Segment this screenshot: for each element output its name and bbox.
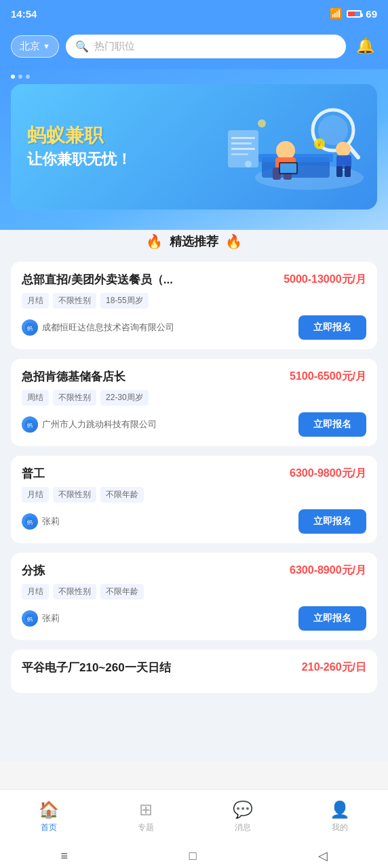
person-icon: 👤 bbox=[330, 800, 350, 819]
svg-point-17 bbox=[336, 142, 351, 157]
nav-mine[interactable]: 👤 我的 bbox=[291, 790, 388, 844]
bottom-nav: 🏠 首页 ⊞ 专题 💬 消息 👤 我的 bbox=[0, 789, 388, 844]
tag-4-0: 月结 bbox=[22, 584, 49, 599]
tag-3-2: 不限年龄 bbox=[100, 487, 144, 502]
svg-text:蚂: 蚂 bbox=[27, 422, 33, 429]
job-card-top-4: 分拣 6300-8900元/月 bbox=[22, 564, 366, 578]
search-placeholder: 热门职位 bbox=[94, 40, 135, 53]
company-name-4: 张莉 bbox=[42, 612, 60, 625]
company-info-2: 蚂 广州市人力跳动科技有限公司 bbox=[22, 416, 157, 433]
job-title-4: 分拣 bbox=[22, 564, 284, 578]
company-logo-3: 蚂 bbox=[22, 513, 38, 530]
svg-point-3 bbox=[276, 141, 295, 160]
svg-point-12 bbox=[258, 119, 266, 127]
job-card-top-1: 总部直招/美团外卖送餐员（... 5000-13000元/月 bbox=[22, 273, 366, 288]
job-tags-2: 周结 不限性别 22-30周岁 bbox=[22, 390, 366, 406]
banner-text: 蚂蚁兼职 让你兼职无忧！ bbox=[11, 111, 148, 184]
header: 北京 ▼ 🔍 热门职位 🔔 bbox=[0, 27, 388, 69]
banner-card[interactable]: 蚂蚁兼职 让你兼职无忧！ bbox=[11, 84, 377, 210]
home-icon: 🏠 bbox=[39, 800, 59, 819]
svg-text:蚂: 蚂 bbox=[27, 519, 33, 526]
job-card-bottom-3: 蚂 张莉 立即报名 bbox=[22, 509, 366, 534]
nav-home-label: 首页 bbox=[41, 822, 57, 833]
dot-1[interactable] bbox=[11, 75, 15, 79]
banner-dots bbox=[11, 75, 377, 79]
nav-home[interactable]: 🏠 首页 bbox=[0, 790, 97, 844]
banner-illustration: ¥ bbox=[201, 84, 377, 210]
location-button[interactable]: 北京 ▼ bbox=[11, 35, 59, 58]
tag-2-2: 22-30周岁 bbox=[100, 390, 149, 406]
apply-button-4[interactable]: 立即报名 bbox=[298, 606, 366, 631]
company-logo-2: 蚂 bbox=[22, 416, 38, 433]
nav-topics[interactable]: ⊞ 专题 bbox=[97, 790, 194, 844]
messages-icon: 💬 bbox=[233, 800, 253, 819]
status-bar: 14:54 📶 69 bbox=[0, 0, 388, 27]
job-card-1: 总部直招/美团外卖送餐员（... 5000-13000元/月 月结 不限性别 1… bbox=[11, 262, 377, 349]
tag-3-0: 月结 bbox=[22, 487, 49, 502]
job-salary-5: 210-260元/日 bbox=[302, 660, 366, 675]
tag-4-2: 不限年龄 bbox=[100, 584, 144, 599]
company-info-4: 蚂 张莉 bbox=[22, 610, 60, 627]
company-logo-4: 蚂 bbox=[22, 610, 38, 627]
search-bar[interactable]: 🔍 热门职位 bbox=[66, 35, 346, 58]
nav-messages[interactable]: 💬 消息 bbox=[194, 790, 291, 844]
svg-text:¥: ¥ bbox=[317, 141, 322, 148]
system-nav: ≡ □ ◁ bbox=[0, 844, 388, 868]
job-title-5: 平谷电子厂210~260一天日结 bbox=[22, 660, 296, 675]
tag-2-0: 周结 bbox=[22, 390, 49, 406]
job-tags-1: 月结 不限性别 18-55周岁 bbox=[22, 293, 366, 309]
tag-1-0: 月结 bbox=[22, 293, 49, 309]
battery-icon bbox=[347, 10, 362, 18]
back-button[interactable]: ◁ bbox=[318, 848, 328, 863]
company-name-3: 张莉 bbox=[42, 515, 60, 528]
job-salary-2: 5100-6500元/月 bbox=[290, 370, 366, 384]
company-name-2: 广州市人力跳动科技有限公司 bbox=[42, 418, 157, 431]
apply-button-1[interactable]: 立即报名 bbox=[298, 315, 366, 340]
nav-topics-label: 专题 bbox=[138, 822, 154, 833]
location-label: 北京 bbox=[20, 40, 40, 53]
apply-button-2[interactable]: 立即报名 bbox=[298, 412, 366, 437]
tag-2-1: 不限性别 bbox=[53, 390, 96, 406]
company-info-3: 蚂 张莉 bbox=[22, 513, 60, 530]
job-salary-4: 6300-8900元/月 bbox=[290, 564, 366, 578]
job-title-1: 总部直招/美团外卖送餐员（... bbox=[22, 273, 278, 288]
job-tags-3: 月结 不限性别 不限年龄 bbox=[22, 487, 366, 502]
svg-rect-19 bbox=[336, 166, 343, 177]
company-name-1: 成都恒旺达信息技术咨询有限公司 bbox=[42, 321, 174, 334]
apply-button-3[interactable]: 立即报名 bbox=[298, 509, 366, 534]
job-salary-1: 5000-13000元/月 bbox=[284, 273, 366, 287]
svg-rect-8 bbox=[280, 163, 296, 173]
svg-rect-22 bbox=[231, 137, 255, 139]
fire-icon-right: 🔥 bbox=[225, 233, 242, 250]
job-card-top-5: 平谷电子厂210~260一天日结 210-260元/日 bbox=[22, 660, 366, 675]
home-button[interactable]: □ bbox=[189, 849, 197, 863]
job-card-5: 平谷电子厂210~260一天日结 210-260元/日 bbox=[11, 650, 377, 693]
section-header: 🔥 精选推荐 🔥 bbox=[11, 233, 377, 250]
dot-3[interactable] bbox=[26, 75, 30, 79]
nav-mine-label: 我的 bbox=[332, 822, 348, 833]
job-card-top-3: 普工 6300-9800元/月 bbox=[22, 467, 366, 481]
job-title-3: 普工 bbox=[22, 467, 284, 481]
dot-2[interactable] bbox=[18, 75, 22, 79]
section-title: 精选推荐 bbox=[170, 233, 218, 250]
status-icons: 📶 69 bbox=[330, 7, 377, 20]
svg-rect-20 bbox=[345, 166, 351, 177]
job-tags-4: 月结 不限性别 不限年龄 bbox=[22, 584, 366, 599]
job-card-3: 普工 6300-9800元/月 月结 不限性别 不限年龄 蚂 张莉 立即报名 bbox=[11, 456, 377, 543]
notification-button[interactable]: 🔔 bbox=[353, 34, 377, 58]
tag-1-1: 不限性别 bbox=[53, 293, 96, 309]
menu-button[interactable]: ≡ bbox=[60, 849, 68, 863]
job-card-bottom-1: 蚂 成都恒旺达信息技术咨询有限公司 立即报名 bbox=[22, 315, 366, 340]
status-time: 14:54 bbox=[11, 8, 37, 20]
banner-title: 蚂蚁兼职 bbox=[27, 124, 132, 147]
job-title-2: 急招肯德基储备店长 bbox=[22, 370, 284, 384]
job-card-bottom-2: 蚂 广州市人力跳动科技有限公司 立即报名 bbox=[22, 412, 366, 437]
fire-icon-left: 🔥 bbox=[146, 233, 163, 250]
wifi-icon: 📶 bbox=[330, 7, 343, 20]
nav-messages-label: 消息 bbox=[235, 822, 251, 833]
svg-rect-23 bbox=[231, 142, 252, 144]
search-icon: 🔍 bbox=[75, 40, 89, 53]
job-card-bottom-4: 蚂 张莉 立即报名 bbox=[22, 606, 366, 631]
job-card-2: 急招肯德基储备店长 5100-6500元/月 周结 不限性别 22-30周岁 蚂… bbox=[11, 359, 377, 446]
svg-rect-25 bbox=[231, 153, 248, 155]
